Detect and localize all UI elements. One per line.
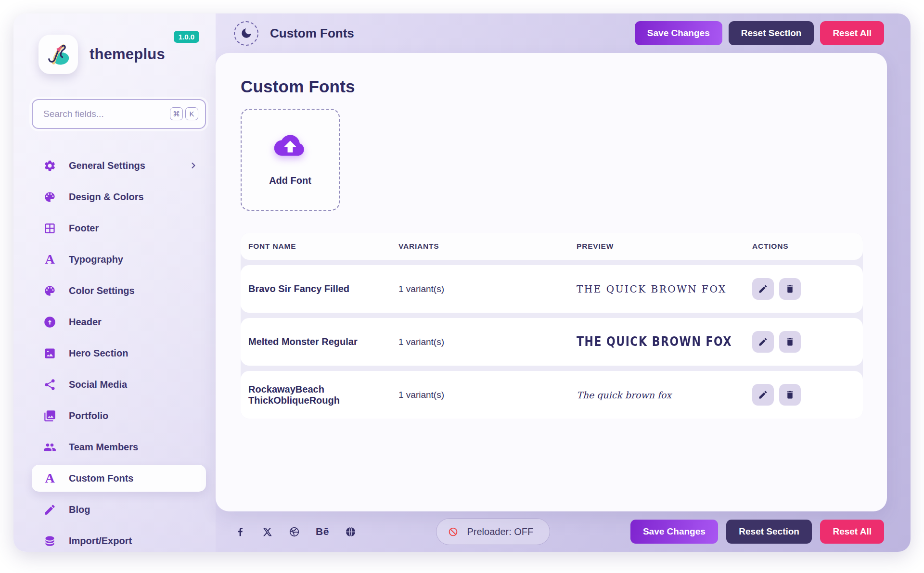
dark-mode-toggle[interactable] bbox=[234, 21, 258, 46]
pencil-icon bbox=[758, 337, 768, 347]
sidebar: themeplus 1.0.0 ⌘ K General Settings bbox=[13, 13, 216, 552]
fonts-table: FONT NAME VARIANTS PREVIEW ACTIONS Bravo… bbox=[241, 233, 863, 419]
sidebar-item-label: Portfolio bbox=[69, 410, 198, 421]
users-icon bbox=[43, 441, 56, 454]
social-links: Bē bbox=[235, 526, 356, 537]
sidebar-item-label: Typography bbox=[69, 254, 198, 265]
add-font-dropzone[interactable]: Add Font bbox=[241, 109, 340, 211]
custom-fonts-panel: Custom Fonts Add Font FONT NAME VARIANTS… bbox=[216, 53, 887, 511]
font-variants: 1 variant(s) bbox=[391, 337, 569, 347]
search-shortcut: ⌘ K bbox=[170, 107, 198, 120]
font-preview: THE QUICK BROWN FOX bbox=[569, 335, 744, 349]
table-row: Melted Monster Regular 1 variant(s) THE … bbox=[241, 318, 863, 366]
column-header-variants: VARIANTS bbox=[391, 242, 569, 251]
themeplus-logo bbox=[38, 35, 78, 74]
trash-icon bbox=[785, 390, 795, 400]
palette-icon bbox=[43, 284, 56, 297]
column-header-preview: PREVIEW bbox=[569, 242, 744, 251]
sidebar-item-general-settings[interactable]: General Settings bbox=[32, 152, 206, 179]
delete-font-button[interactable] bbox=[779, 331, 801, 353]
preloader-status[interactable]: Preloader: OFF bbox=[436, 518, 550, 545]
add-font-label: Add Font bbox=[269, 175, 311, 186]
sidebar-item-typography[interactable]: A Typography bbox=[32, 246, 206, 273]
moon-icon bbox=[240, 27, 253, 39]
font-variants: 1 variant(s) bbox=[391, 390, 569, 400]
x-twitter-icon[interactable] bbox=[262, 526, 273, 537]
share-icon bbox=[43, 378, 56, 391]
pencil-icon bbox=[758, 284, 768, 294]
sidebar-item-team-members[interactable]: Team Members bbox=[32, 433, 206, 460]
font-variants: 1 variant(s) bbox=[391, 284, 569, 294]
sidebar-item-label: Color Settings bbox=[69, 285, 198, 296]
cloud-upload-icon bbox=[274, 134, 306, 159]
search-box: ⌘ K bbox=[32, 99, 206, 129]
behance-icon[interactable]: Bē bbox=[316, 526, 329, 537]
sidebar-item-hero-section[interactable]: Hero Section bbox=[32, 340, 206, 367]
sidebar-item-portfolio[interactable]: Portfolio bbox=[32, 402, 206, 429]
sidebar-item-label: Import/Export bbox=[69, 535, 198, 547]
palette-icon bbox=[43, 191, 56, 204]
reset-section-button[interactable]: Reset Section bbox=[729, 21, 814, 45]
edit-font-button[interactable] bbox=[752, 278, 774, 300]
grid-icon bbox=[43, 222, 56, 235]
images-icon bbox=[43, 409, 56, 422]
delete-font-button[interactable] bbox=[779, 278, 801, 300]
kbd-k: K bbox=[185, 107, 198, 120]
app-window: themeplus 1.0.0 ⌘ K General Settings bbox=[13, 13, 911, 552]
pencil-icon bbox=[758, 390, 768, 400]
font-name: Melted Monster Regular bbox=[241, 336, 391, 347]
trash-icon bbox=[785, 337, 795, 347]
save-changes-button[interactable]: Save Changes bbox=[630, 520, 718, 544]
reset-all-button[interactable]: Reset All bbox=[820, 520, 884, 544]
chevron-right-icon bbox=[189, 161, 198, 170]
table-row: Bravo Sir Fancy Filled 1 variant(s) THE … bbox=[241, 265, 863, 313]
pencil-icon bbox=[43, 503, 56, 516]
letter-a-icon: A bbox=[43, 253, 56, 266]
trash-icon bbox=[785, 284, 795, 294]
sidebar-item-label: Custom Fonts bbox=[69, 473, 198, 484]
sidebar-item-color-settings[interactable]: Color Settings bbox=[32, 277, 206, 304]
database-icon bbox=[43, 535, 56, 548]
sidebar-item-header[interactable]: Header bbox=[32, 308, 206, 335]
version-badge: 1.0.0 bbox=[174, 31, 199, 43]
save-changes-button[interactable]: Save Changes bbox=[635, 21, 722, 45]
sidebar-item-label: Design & Colors bbox=[69, 191, 198, 203]
reset-section-button[interactable]: Reset Section bbox=[726, 520, 812, 544]
prohibited-icon bbox=[448, 527, 458, 537]
preloader-label: Preloader: OFF bbox=[467, 526, 533, 537]
sidebar-item-label: Team Members bbox=[69, 442, 198, 453]
globe-icon[interactable] bbox=[345, 526, 356, 537]
image-icon bbox=[43, 347, 56, 360]
sidebar-item-label: Footer bbox=[69, 223, 198, 234]
fonts-table-header: FONT NAME VARIANTS PREVIEW ACTIONS bbox=[241, 233, 863, 260]
font-preview: The quick brown fox bbox=[569, 390, 744, 400]
sidebar-item-design-colors[interactable]: Design & Colors bbox=[32, 183, 206, 210]
sidebar-item-footer[interactable]: Footer bbox=[32, 215, 206, 242]
font-name: RockawayBeach ThickObliqueRough bbox=[241, 384, 391, 406]
sidebar-item-label: Header bbox=[69, 317, 198, 328]
reset-all-button[interactable]: Reset All bbox=[820, 21, 884, 45]
table-row: RockawayBeach ThickObliqueRough 1 varian… bbox=[241, 371, 863, 419]
sidebar-item-import-export[interactable]: Import/Export bbox=[32, 527, 206, 552]
gear-icon bbox=[43, 159, 56, 172]
sidebar-nav: General Settings Design & Colors Footer … bbox=[32, 152, 206, 552]
dribbble-icon[interactable] bbox=[289, 526, 300, 537]
delete-font-button[interactable] bbox=[779, 384, 801, 406]
edit-font-button[interactable] bbox=[752, 331, 774, 353]
main-column: Custom Fonts Save Changes Reset Section … bbox=[216, 13, 911, 552]
sidebar-item-label: Blog bbox=[69, 504, 198, 515]
font-name: Bravo Sir Fancy Filled bbox=[241, 283, 391, 294]
bottom-bar: Bē Preloader: OFF Save Changes Reset Sec… bbox=[216, 511, 911, 552]
sidebar-item-label: General Settings bbox=[69, 160, 189, 171]
sidebar-item-custom-fonts[interactable]: A Custom Fonts bbox=[32, 465, 206, 492]
facebook-icon[interactable] bbox=[235, 526, 246, 537]
sidebar-item-label: Social Media bbox=[69, 379, 198, 390]
font-preview: THE QUICK BROWN FOX bbox=[569, 283, 744, 295]
letter-a-icon: A bbox=[43, 472, 56, 485]
topbar-title: Custom Fonts bbox=[270, 26, 354, 41]
kbd-cmd: ⌘ bbox=[170, 107, 183, 120]
edit-font-button[interactable] bbox=[752, 384, 774, 406]
topbar: Custom Fonts Save Changes Reset Section … bbox=[216, 13, 911, 53]
sidebar-item-blog[interactable]: Blog bbox=[32, 496, 206, 523]
sidebar-item-social-media[interactable]: Social Media bbox=[32, 371, 206, 398]
